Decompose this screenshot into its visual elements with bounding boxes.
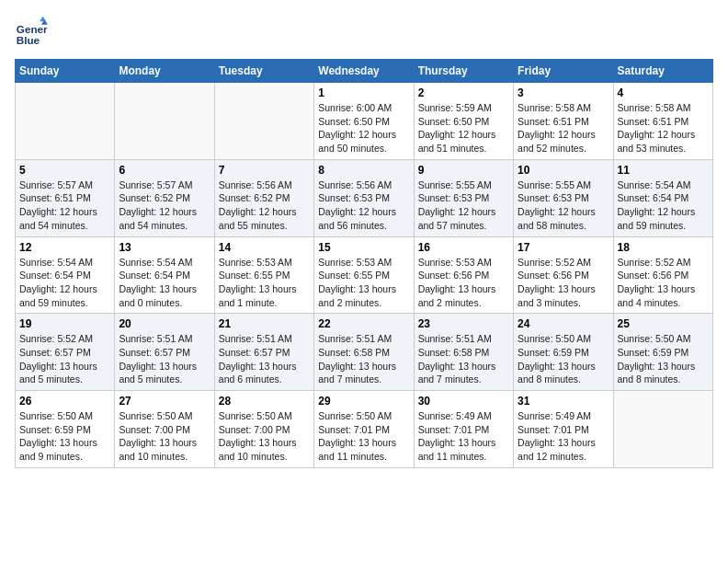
day-number: 5 <box>19 164 110 177</box>
calendar-cell: 17Sunrise: 5:52 AM Sunset: 6:56 PM Dayli… <box>514 236 613 314</box>
calendar-cell: 16Sunrise: 5:53 AM Sunset: 6:56 PM Dayli… <box>414 236 513 314</box>
calendar-cell: 25Sunrise: 5:50 AM Sunset: 6:59 PM Dayli… <box>613 314 712 391</box>
day-number: 30 <box>418 395 509 408</box>
calendar-cell: 31Sunrise: 5:49 AM Sunset: 7:01 PM Dayli… <box>514 391 613 468</box>
calendar-week-row: 12Sunrise: 5:54 AM Sunset: 6:54 PM Dayli… <box>16 236 713 314</box>
day-number: 19 <box>19 317 110 330</box>
day-number: 25 <box>618 317 709 330</box>
day-info: Sunrise: 5:49 AM Sunset: 7:01 PM Dayligh… <box>518 409 609 464</box>
weekday-header: Friday <box>514 60 613 83</box>
weekday-header: Wednesday <box>314 60 414 83</box>
day-number: 4 <box>618 86 709 99</box>
day-number: 15 <box>318 241 409 254</box>
day-info: Sunrise: 5:50 AM Sunset: 7:01 PM Dayligh… <box>318 409 409 464</box>
day-info: Sunrise: 5:51 AM Sunset: 6:58 PM Dayligh… <box>418 332 509 386</box>
day-info: Sunrise: 5:51 AM Sunset: 6:57 PM Dayligh… <box>219 332 310 386</box>
day-info: Sunrise: 5:56 AM Sunset: 6:53 PM Dayligh… <box>318 178 409 233</box>
day-info: Sunrise: 5:54 AM Sunset: 6:54 PM Dayligh… <box>119 256 210 310</box>
day-number: 14 <box>219 241 310 254</box>
calendar-cell: 27Sunrise: 5:50 AM Sunset: 7:00 PM Dayli… <box>115 391 214 468</box>
day-info: Sunrise: 5:50 AM Sunset: 7:00 PM Dayligh… <box>119 409 210 464</box>
calendar-table: SundayMondayTuesdayWednesdayThursdayFrid… <box>15 59 713 468</box>
calendar-cell: 20Sunrise: 5:51 AM Sunset: 6:57 PM Dayli… <box>115 314 214 391</box>
page-header: General Blue <box>15 15 713 48</box>
day-info: Sunrise: 5:50 AM Sunset: 6:59 PM Dayligh… <box>19 409 110 464</box>
day-number: 18 <box>618 241 709 254</box>
day-number: 24 <box>518 317 609 330</box>
calendar-cell: 26Sunrise: 5:50 AM Sunset: 6:59 PM Dayli… <box>16 391 115 468</box>
logo-icon: General Blue <box>15 15 48 48</box>
calendar-cell: 8Sunrise: 5:56 AM Sunset: 6:53 PM Daylig… <box>314 159 414 236</box>
day-info: Sunrise: 5:53 AM Sunset: 6:56 PM Dayligh… <box>418 256 509 310</box>
calendar-week-row: 26Sunrise: 5:50 AM Sunset: 6:59 PM Dayli… <box>16 391 713 468</box>
day-number: 26 <box>19 395 110 408</box>
day-info: Sunrise: 5:55 AM Sunset: 6:53 PM Dayligh… <box>418 178 509 233</box>
calendar-week-row: 19Sunrise: 5:52 AM Sunset: 6:57 PM Dayli… <box>16 314 713 391</box>
calendar-week-row: 1Sunrise: 6:00 AM Sunset: 6:50 PM Daylig… <box>16 83 713 160</box>
calendar-cell: 24Sunrise: 5:50 AM Sunset: 6:59 PM Dayli… <box>514 314 613 391</box>
calendar-cell <box>16 83 115 160</box>
weekday-header: Tuesday <box>214 60 313 83</box>
svg-text:Blue: Blue <box>17 34 40 46</box>
weekday-header: Sunday <box>16 60 115 83</box>
day-info: Sunrise: 5:53 AM Sunset: 6:55 PM Dayligh… <box>318 256 409 310</box>
day-number: 22 <box>318 317 409 330</box>
calendar-week-row: 5Sunrise: 5:57 AM Sunset: 6:51 PM Daylig… <box>16 159 713 236</box>
calendar-cell: 29Sunrise: 5:50 AM Sunset: 7:01 PM Dayli… <box>314 391 414 468</box>
calendar-cell: 18Sunrise: 5:52 AM Sunset: 6:56 PM Dayli… <box>613 236 712 314</box>
day-number: 10 <box>518 164 609 177</box>
calendar-cell: 5Sunrise: 5:57 AM Sunset: 6:51 PM Daylig… <box>16 159 115 236</box>
day-number: 2 <box>418 86 509 99</box>
calendar-cell: 14Sunrise: 5:53 AM Sunset: 6:55 PM Dayli… <box>214 236 313 314</box>
calendar-cell: 15Sunrise: 5:53 AM Sunset: 6:55 PM Dayli… <box>314 236 414 314</box>
day-info: Sunrise: 5:56 AM Sunset: 6:52 PM Dayligh… <box>219 178 310 233</box>
day-info: Sunrise: 5:54 AM Sunset: 6:54 PM Dayligh… <box>19 256 110 310</box>
calendar-cell: 4Sunrise: 5:58 AM Sunset: 6:51 PM Daylig… <box>613 83 712 160</box>
calendar-cell: 28Sunrise: 5:50 AM Sunset: 7:00 PM Dayli… <box>214 391 313 468</box>
weekday-header: Saturday <box>613 60 712 83</box>
calendar-cell: 2Sunrise: 5:59 AM Sunset: 6:50 PM Daylig… <box>414 83 513 160</box>
calendar-cell: 13Sunrise: 5:54 AM Sunset: 6:54 PM Dayli… <box>115 236 214 314</box>
day-number: 20 <box>119 317 210 330</box>
calendar-cell: 3Sunrise: 5:58 AM Sunset: 6:51 PM Daylig… <box>514 83 613 160</box>
day-number: 16 <box>418 241 509 254</box>
day-info: Sunrise: 5:50 AM Sunset: 6:59 PM Dayligh… <box>518 332 609 386</box>
day-number: 29 <box>318 395 409 408</box>
calendar-cell <box>214 83 313 160</box>
calendar-cell: 21Sunrise: 5:51 AM Sunset: 6:57 PM Dayli… <box>214 314 313 391</box>
calendar-cell: 6Sunrise: 5:57 AM Sunset: 6:52 PM Daylig… <box>115 159 214 236</box>
day-info: Sunrise: 5:49 AM Sunset: 7:01 PM Dayligh… <box>418 409 509 464</box>
day-info: Sunrise: 5:50 AM Sunset: 7:00 PM Dayligh… <box>219 409 310 464</box>
calendar-cell <box>115 83 214 160</box>
day-number: 12 <box>19 241 110 254</box>
day-number: 7 <box>219 164 310 177</box>
calendar-cell <box>613 391 712 468</box>
day-info: Sunrise: 5:51 AM Sunset: 6:58 PM Dayligh… <box>318 332 409 386</box>
day-info: Sunrise: 5:52 AM Sunset: 6:56 PM Dayligh… <box>618 256 709 310</box>
calendar-cell: 12Sunrise: 5:54 AM Sunset: 6:54 PM Dayli… <box>16 236 115 314</box>
day-info: Sunrise: 5:54 AM Sunset: 6:54 PM Dayligh… <box>618 178 709 233</box>
day-info: Sunrise: 5:58 AM Sunset: 6:51 PM Dayligh… <box>618 101 709 155</box>
day-number: 13 <box>119 241 210 254</box>
logo: General Blue <box>15 15 48 48</box>
calendar-cell: 30Sunrise: 5:49 AM Sunset: 7:01 PM Dayli… <box>414 391 513 468</box>
day-info: Sunrise: 5:57 AM Sunset: 6:52 PM Dayligh… <box>119 178 210 233</box>
weekday-header: Thursday <box>414 60 513 83</box>
day-info: Sunrise: 5:50 AM Sunset: 6:59 PM Dayligh… <box>618 332 709 386</box>
day-number: 21 <box>219 317 310 330</box>
weekday-header: Monday <box>115 60 214 83</box>
calendar-cell: 10Sunrise: 5:55 AM Sunset: 6:53 PM Dayli… <box>514 159 613 236</box>
calendar-cell: 9Sunrise: 5:55 AM Sunset: 6:53 PM Daylig… <box>414 159 513 236</box>
day-info: Sunrise: 5:59 AM Sunset: 6:50 PM Dayligh… <box>418 101 509 155</box>
day-info: Sunrise: 5:55 AM Sunset: 6:53 PM Dayligh… <box>518 178 609 233</box>
day-number: 23 <box>418 317 509 330</box>
day-number: 8 <box>318 164 409 177</box>
calendar-cell: 11Sunrise: 5:54 AM Sunset: 6:54 PM Dayli… <box>613 159 712 236</box>
day-info: Sunrise: 5:57 AM Sunset: 6:51 PM Dayligh… <box>19 178 110 233</box>
calendar-header-row: SundayMondayTuesdayWednesdayThursdayFrid… <box>16 60 713 83</box>
day-info: Sunrise: 5:53 AM Sunset: 6:55 PM Dayligh… <box>219 256 310 310</box>
day-number: 9 <box>418 164 509 177</box>
calendar-cell: 1Sunrise: 6:00 AM Sunset: 6:50 PM Daylig… <box>314 83 414 160</box>
calendar-cell: 23Sunrise: 5:51 AM Sunset: 6:58 PM Dayli… <box>414 314 513 391</box>
day-number: 28 <box>219 395 310 408</box>
